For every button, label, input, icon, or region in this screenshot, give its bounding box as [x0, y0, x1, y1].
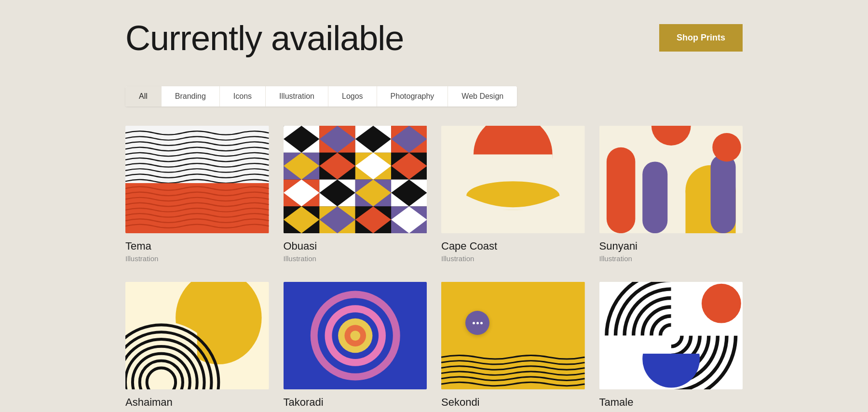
- filter-tab-branding[interactable]: Branding: [162, 86, 220, 106]
- grid-item-cape-coast[interactable]: Cape Coast Illustration: [441, 126, 585, 263]
- more-options-button[interactable]: [465, 311, 489, 335]
- more-dots-icon: [473, 322, 483, 324]
- svg-rect-41: [606, 147, 635, 234]
- svg-rect-70: [441, 282, 585, 354]
- filter-tab-illustration[interactable]: Illustration: [266, 86, 328, 106]
- shop-prints-button[interactable]: Shop Prints: [659, 24, 743, 52]
- svg-point-47: [712, 133, 741, 162]
- grid-item-sekondi[interactable]: Sekondi Illustration: [441, 282, 585, 412]
- svg-point-80: [701, 284, 741, 323]
- svg-rect-42: [642, 162, 667, 234]
- grid-item-ashaiman[interactable]: Ashaiman Illustration: [125, 282, 269, 412]
- ashaiman-image: [125, 282, 269, 389]
- obuasi-title: Obuasi: [284, 240, 427, 253]
- sunyani-title: Sunyani: [599, 240, 743, 253]
- takoradi-title: Takoradi: [284, 396, 427, 409]
- filter-tab-icons[interactable]: Icons: [220, 86, 266, 106]
- tema-category: Illustration: [125, 254, 269, 263]
- tema-title: Tema: [125, 240, 269, 253]
- sekondi-title: Sekondi: [441, 396, 585, 409]
- filter-tabs: All Branding Icons Illustration Logos Ph…: [125, 86, 517, 106]
- sunyani-category: Illustration: [599, 254, 743, 263]
- filter-tab-photography[interactable]: Photography: [377, 86, 448, 106]
- tamale-title: Tamale: [599, 396, 743, 409]
- cape-coast-title: Cape Coast: [441, 240, 585, 253]
- grid-item-sunyani[interactable]: Sunyani Illustration: [599, 126, 743, 263]
- svg-point-67: [350, 331, 360, 341]
- sunyani-image: [599, 126, 743, 233]
- cape-coast-image: [441, 126, 585, 233]
- obuasi-category: Illustration: [284, 254, 427, 263]
- page-title: Currently available: [125, 19, 404, 57]
- tema-image: [125, 126, 269, 233]
- obuasi-image: [284, 126, 427, 233]
- artwork-grid: Tema Illustration: [125, 126, 743, 412]
- sekondi-image: [441, 282, 585, 389]
- tamale-image: [599, 282, 743, 389]
- filter-tab-logos[interactable]: Logos: [328, 86, 377, 106]
- filter-tab-web-design[interactable]: Web Design: [448, 86, 517, 106]
- grid-item-obuasi[interactable]: Obuasi Illustration: [284, 126, 427, 263]
- grid-item-tamale[interactable]: Tamale Illustration: [599, 282, 743, 412]
- filter-tab-all[interactable]: All: [125, 86, 162, 106]
- grid-item-tema[interactable]: Tema Illustration: [125, 126, 269, 263]
- cape-coast-category: Illustration: [441, 254, 585, 263]
- grid-item-takoradi[interactable]: Takoradi Illustration: [284, 282, 427, 412]
- svg-rect-46: [710, 155, 735, 234]
- takoradi-image: [284, 282, 427, 389]
- ashaiman-title: Ashaiman: [125, 396, 269, 409]
